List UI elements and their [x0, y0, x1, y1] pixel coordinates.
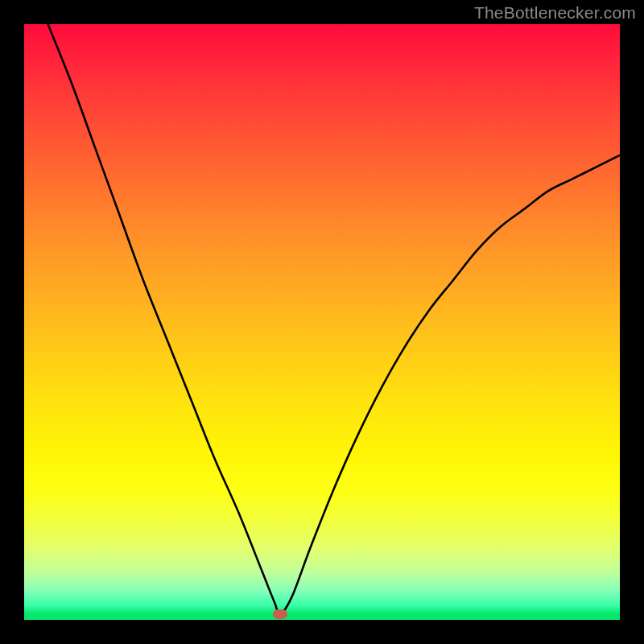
plot-area	[24, 24, 620, 620]
curve-path	[48, 24, 620, 614]
watermark-text: TheBottlenecker.com	[474, 3, 636, 23]
bottleneck-curve	[24, 24, 620, 620]
chart-frame: TheBottlenecker.com	[0, 0, 644, 644]
minimum-marker	[273, 609, 287, 619]
